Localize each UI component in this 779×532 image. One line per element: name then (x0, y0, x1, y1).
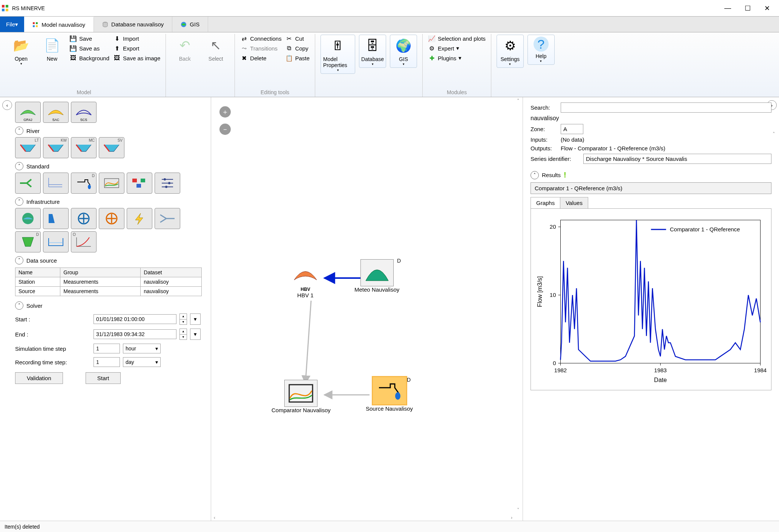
tool-river-lt[interactable]: LT (15, 137, 41, 158)
selection-plots-button[interactable]: 📈Selection and plots (428, 35, 486, 42)
model-properties-button[interactable]: 🎚 Model Properties▾ (320, 35, 355, 74)
paste-button[interactable]: 📋Paste (285, 54, 310, 62)
end-date-stepper[interactable]: ▲▼ (179, 329, 187, 340)
plugins-button[interactable]: ✚Plugins ▾ (428, 54, 486, 62)
tool-river-mc[interactable]: MC (71, 137, 97, 158)
result-series-selector[interactable]: Comparator 1 - QReference (m3/s) (531, 182, 771, 194)
rec-unit-select[interactable]: day▾ (123, 357, 161, 367)
save-as-button[interactable]: 💾Save as (69, 44, 109, 52)
sim-step-input[interactable]: 1 (94, 344, 120, 353)
rec-step-input[interactable]: 1 (94, 357, 120, 367)
ds-col-name[interactable]: Name (15, 268, 60, 277)
copy-button[interactable]: ⧉Copy (285, 44, 310, 52)
tool-dam[interactable] (43, 208, 69, 229)
tool-gr4j[interactable]: GR4J (15, 102, 41, 123)
end-date-input[interactable]: 31/12/1983 09:34:32 (94, 329, 176, 339)
tool-reservoir[interactable] (15, 208, 41, 229)
tool-channel[interactable] (43, 231, 69, 252)
tool-parameters[interactable] (155, 173, 180, 194)
start-date-dropdown[interactable]: ▾ (190, 313, 201, 325)
canvas-vscroll[interactable]: ˄˅ (515, 97, 521, 513)
tool-reservoir2[interactable]: D (15, 231, 41, 252)
table-row[interactable]: StationMeasurementsnauvalisoy (15, 277, 202, 287)
chevron-up-icon: ˄ (15, 301, 23, 310)
back-button[interactable]: ↶ Back (171, 35, 198, 62)
section-standard[interactable]: ˄Standard (15, 162, 202, 170)
start-button[interactable]: Start (86, 372, 121, 384)
save-image-button[interactable]: 🖼Save as image (113, 54, 160, 62)
tool-source-tap[interactable]: D (71, 173, 97, 194)
chevron-up-icon[interactable]: ˄ (773, 131, 775, 137)
background-icon: 🖼 (69, 54, 77, 62)
minimize-button[interactable]: ― (724, 4, 731, 12)
select-button[interactable]: ↖ Select (202, 35, 229, 62)
delete-button[interactable]: ✖Delete (240, 54, 281, 62)
tool-rating[interactable]: O (71, 231, 97, 252)
tab-model[interactable]: Model nauvalisoy (24, 17, 94, 32)
tool-river-sv[interactable]: SV (99, 137, 124, 158)
expert-button[interactable]: ⚙Expert ▾ (428, 44, 486, 52)
section-data-source[interactable]: ˄Data source (15, 256, 202, 264)
gis-button[interactable]: 🌍 GIS▾ (390, 35, 417, 68)
close-button[interactable]: ✕ (764, 4, 770, 12)
section-solver[interactable]: ˄Solver (15, 301, 202, 310)
section-river[interactable]: ˄River (15, 127, 202, 135)
end-date-dropdown[interactable]: ▾ (190, 329, 201, 340)
globe-icon: 🌍 (394, 37, 413, 55)
validation-button[interactable]: Validation (15, 372, 63, 384)
zoom-out-button[interactable]: － (219, 124, 231, 135)
tab-graphs[interactable]: Graphs (531, 197, 560, 208)
maximize-button[interactable]: ☐ (745, 4, 751, 12)
tool-pump[interactable] (99, 208, 124, 229)
settings-icon: ⚙ (501, 37, 519, 55)
save-button[interactable]: 💾Save (69, 35, 109, 42)
connections-button[interactable]: ⇄Connections (240, 35, 281, 42)
transitions-button[interactable]: ⤳Transitions (240, 44, 281, 52)
export-button[interactable]: ⬆Export (113, 44, 160, 52)
tool-river-kw[interactable]: KW (43, 137, 69, 158)
model-canvas[interactable]: ＋ － ˄˅ ‹› HBV HBV 1 D Meteo Nauvalisoy C… (211, 97, 523, 521)
zone-input[interactable] (561, 124, 583, 134)
tool-turbine[interactable] (71, 208, 97, 229)
ds-col-dataset[interactable]: Dataset (141, 268, 202, 277)
zoom-in-button[interactable]: ＋ (219, 106, 231, 118)
database-button[interactable]: 🗄 Database▾ (359, 35, 386, 68)
tool-junction[interactable] (15, 173, 41, 194)
background-button[interactable]: 🖼Background (69, 54, 109, 62)
series-identifier-input[interactable] (583, 154, 771, 164)
node-comparator[interactable]: Comparator Nauvalisoy (271, 380, 331, 413)
ds-col-group[interactable]: Group (60, 268, 141, 277)
help-button[interactable]: ? Help▾ (528, 35, 555, 65)
file-menu[interactable]: File (0, 17, 24, 32)
search-input[interactable] (561, 102, 771, 113)
import-button[interactable]: ⬇Import (113, 35, 160, 42)
node-meteo[interactable]: D Meteo Nauvalisoy (354, 259, 399, 293)
node-source[interactable]: D Source Nauvalisoy (366, 376, 413, 412)
table-row[interactable]: SourceMeasurementsnauvalisoy (15, 287, 202, 296)
tool-sac[interactable]: SAC (43, 102, 69, 123)
tab-database[interactable]: Database nauvalisoy (94, 17, 172, 32)
tool-level[interactable] (43, 173, 69, 194)
tool-comparator[interactable] (99, 173, 124, 194)
tool-scs[interactable]: SCS (71, 102, 97, 123)
sim-unit-select[interactable]: hour▾ (123, 344, 161, 353)
scroll-left-icon[interactable]: ‹ (2, 100, 12, 110)
canvas-hscroll[interactable]: ‹› (211, 514, 515, 521)
start-date-stepper[interactable]: ▲▼ (179, 313, 187, 325)
node-hbv[interactable]: HBV HBV 1 (290, 263, 320, 298)
settings-button[interactable]: ⚙ Settings▾ (497, 35, 524, 68)
start-date-input[interactable]: 01/01/1982 01:00:00 (94, 314, 176, 324)
section-results[interactable]: ˄Results ! (531, 171, 771, 179)
section-infrastructure[interactable]: ˄Infrastructure (15, 197, 202, 206)
open-button[interactable]: 📂 Open ▾ (8, 35, 35, 66)
tab-values[interactable]: Values (560, 197, 588, 208)
tab-gis[interactable]: GIS (172, 17, 208, 32)
toolbox-top: GR4J SAC SCS (15, 102, 202, 123)
model-name: nauvalisoy (531, 115, 771, 122)
new-button[interactable]: 📄 New (38, 35, 66, 62)
tool-power[interactable] (127, 208, 152, 229)
tool-merge[interactable] (155, 208, 180, 229)
cut-button[interactable]: ✂Cut (285, 35, 310, 42)
svg-rect-7 (36, 25, 38, 27)
tool-group[interactable] (127, 173, 152, 194)
